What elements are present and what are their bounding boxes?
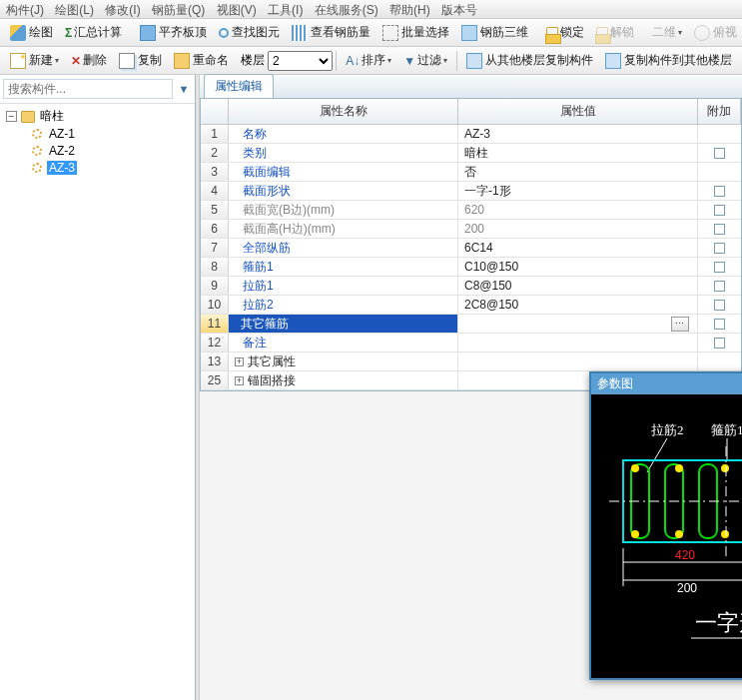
view-2d-button[interactable]: 二维▾ [647, 22, 687, 43]
prop-value[interactable]: C10@150 [458, 258, 698, 276]
floor-select[interactable]: 2 [268, 51, 333, 71]
tree-item[interactable]: AZ-2 [2, 142, 193, 159]
prop-value[interactable]: C8@150 [458, 277, 698, 295]
lock-button[interactable]: 锁定 [541, 22, 589, 43]
prop-value[interactable] [458, 352, 698, 370]
delete-button[interactable]: ✕删除 [66, 50, 112, 71]
menu-draw[interactable]: 绘图(L) [51, 0, 98, 19]
rename-button[interactable]: 重命名 [169, 50, 234, 71]
toolbar-primary: 绘图 Σ汇总计算 平齐板顶 查找图元 查看钢筋量 批量选择 钢筋三维 锁定 解锁… [0, 19, 742, 47]
copy-to-floor-button[interactable]: 复制构件到其他楼层 [600, 50, 737, 71]
flat-icon [140, 25, 156, 41]
ellipsis-button[interactable]: ⋯ [671, 317, 689, 332]
checkbox[interactable] [714, 281, 725, 292]
menu-online[interactable]: 在线服务(S) [311, 0, 382, 19]
row-number: 4 [201, 182, 229, 200]
expand-icon[interactable]: + [235, 376, 244, 385]
search-input[interactable] [3, 79, 173, 99]
menu-modify[interactable]: 修改(I) [101, 0, 144, 19]
checkbox[interactable] [714, 319, 725, 330]
checkbox[interactable] [714, 243, 725, 254]
prop-additional [698, 239, 741, 257]
view-rebar-button[interactable]: 查看钢筋量 [287, 22, 375, 43]
menu-help[interactable]: 帮助(H) [385, 0, 434, 19]
prop-value[interactable]: 200 [458, 220, 698, 238]
unlock-button[interactable]: 解锁 [591, 22, 639, 43]
property-row[interactable]: 9拉筋1C8@150 [201, 277, 741, 296]
collapse-icon[interactable]: − [6, 111, 17, 122]
select-icon [382, 25, 398, 41]
new-icon: ✦ [10, 53, 26, 69]
sum-button[interactable]: Σ汇总计算 [60, 22, 127, 43]
property-row[interactable]: 7全部纵筋6C14 [201, 239, 741, 258]
property-row[interactable]: 11其它箍筋⋯ [201, 315, 741, 334]
prop-value[interactable]: ⋯ [458, 315, 698, 333]
prop-value[interactable]: 暗柱 [458, 144, 698, 162]
sort-button[interactable]: A↓排序▾ [341, 50, 396, 71]
new-button[interactable]: ✦新建▾ [5, 50, 64, 71]
checkbox[interactable] [714, 186, 725, 197]
chevron-down-icon: ▾ [678, 28, 682, 37]
filter-icon[interactable]: ▼ [176, 81, 192, 97]
copy-icon [119, 53, 135, 69]
floor-label: 楼层 [241, 52, 265, 69]
menu-version[interactable]: 版本号 [437, 0, 481, 19]
left-panel: ▼ − 暗柱 AZ-1 AZ-2 AZ-3 [0, 75, 196, 700]
property-row[interactable]: 13+其它属性 [201, 352, 741, 371]
prop-name: 备注 [229, 334, 458, 351]
expand-icon[interactable]: + [235, 357, 244, 366]
menu-tools[interactable]: 工具(I) [264, 0, 307, 19]
prop-name: 截面宽(B边)(mm) [229, 201, 458, 219]
header-name: 属性名称 [229, 99, 458, 124]
find-elem-button[interactable]: 查找图元 [214, 22, 285, 43]
tree-item-selected[interactable]: AZ-3 [2, 159, 193, 176]
property-row[interactable]: 2类别暗柱 [201, 144, 741, 163]
prop-additional [698, 201, 741, 219]
checkbox[interactable] [714, 205, 725, 216]
prop-value[interactable]: 一字-1形 [458, 182, 698, 200]
filter-button[interactable]: ▼过滤▾ [398, 50, 452, 71]
property-row[interactable]: 12备注 [201, 334, 741, 352]
tab-property-edit[interactable]: 属性编辑 [204, 74, 274, 98]
prop-value[interactable]: AZ-3 [458, 125, 698, 143]
copy-from-floor-button[interactable]: 从其他楼层复制构件 [461, 50, 598, 71]
svg-text:420: 420 [675, 548, 695, 562]
menu-rebar[interactable]: 钢筋量(Q) [148, 0, 209, 19]
property-row[interactable]: 10拉筋22C8@150 [201, 296, 741, 315]
property-row[interactable]: 4截面形状一字-1形 [201, 182, 741, 201]
prop-value[interactable]: 6C14 [458, 239, 698, 257]
row-number: 7 [201, 239, 229, 257]
menu-view[interactable]: 视图(V) [213, 0, 261, 19]
prop-name: 截面高(H边)(mm) [229, 220, 458, 238]
tree-root[interactable]: − 暗柱 [2, 108, 193, 125]
property-row[interactable]: 6截面高(H边)(mm)200 [201, 220, 741, 239]
prop-value[interactable]: 2C8@150 [458, 296, 698, 314]
svg-point-11 [631, 530, 639, 538]
prop-value[interactable] [458, 334, 698, 351]
flat-top-button[interactable]: 平齐板顶 [135, 22, 212, 43]
prop-additional [698, 144, 741, 162]
copy-button[interactable]: 复制 [114, 50, 167, 71]
prop-additional [698, 315, 741, 333]
checkbox[interactable] [714, 338, 725, 349]
tree-item[interactable]: AZ-1 [2, 125, 193, 142]
property-row[interactable]: 5截面宽(B边)(mm)620 [201, 201, 741, 220]
prop-value[interactable]: 620 [458, 201, 698, 219]
draw-button[interactable]: 绘图 [5, 22, 58, 43]
property-row[interactable]: 1名称AZ-3 [201, 125, 741, 144]
rebar-3d-button[interactable]: 钢筋三维 [456, 22, 533, 43]
tree-item-label: AZ-1 [47, 127, 77, 141]
checkbox[interactable] [714, 148, 725, 159]
checkbox[interactable] [714, 300, 725, 311]
checkbox[interactable] [714, 262, 725, 273]
tab-strip: 属性编辑 [200, 75, 742, 99]
menu-component[interactable]: 构件(J) [2, 0, 48, 19]
property-row[interactable]: 8箍筋1C10@150 [201, 258, 741, 277]
checkbox[interactable] [714, 224, 725, 235]
prop-value[interactable]: 否 [458, 163, 698, 181]
component-tree[interactable]: − 暗柱 AZ-1 AZ-2 AZ-3 [0, 104, 195, 700]
top-view-button[interactable]: 俯视 [689, 22, 742, 43]
batch-select-button[interactable]: 批量选择 [377, 22, 454, 43]
property-row[interactable]: 3截面编辑否 [201, 163, 741, 182]
unlock-icon [596, 27, 608, 39]
